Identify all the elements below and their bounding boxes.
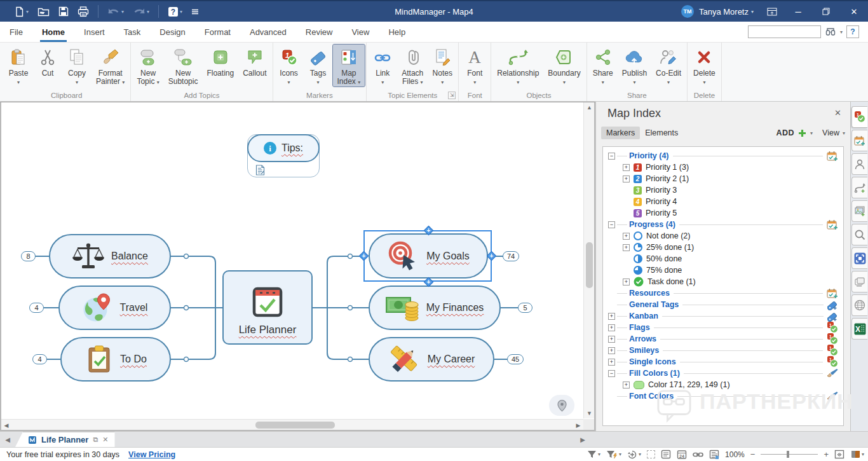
panel-tab-elements[interactable]: Elements xyxy=(640,127,683,139)
marker-pair-icon[interactable]: 1 xyxy=(827,333,838,345)
floating-topic-tips[interactable]: iTips: xyxy=(247,134,320,177)
search-input[interactable] xyxy=(748,25,821,38)
topic-to-do[interactable]: To Do xyxy=(60,337,171,382)
collapse-count-5[interactable]: 5 xyxy=(518,303,532,313)
cal-add-icon[interactable] xyxy=(827,288,838,299)
menu-tab-format[interactable]: Format xyxy=(195,22,240,42)
collapse-count-74[interactable]: 74 xyxy=(503,251,519,261)
find-icon[interactable] xyxy=(825,27,836,37)
tree-group-arrows[interactable]: +Arrows1 xyxy=(603,333,843,345)
expand-icon[interactable]: + xyxy=(608,324,615,331)
ribbon-button-delete[interactable]: Delete▾ xyxy=(689,45,720,86)
tree-group-font-colors[interactable]: Font Colors xyxy=(603,390,843,402)
tree-item-priority-4[interactable]: 4Priority 4 xyxy=(603,196,843,207)
collapse-count-4[interactable]: 4 xyxy=(32,354,47,364)
note-icon[interactable] xyxy=(255,165,266,175)
ribbon-button-map-index[interactable]: MapIndex ▾ xyxy=(333,45,365,86)
status-cal-24-button[interactable]: 24 xyxy=(677,450,687,459)
help-button[interactable]: ? xyxy=(846,25,859,38)
tag-icon[interactable] xyxy=(827,299,838,310)
ribbon-button-attach-files[interactable]: AttachFiles ▾ xyxy=(397,45,428,86)
vertical-scrollbar[interactable]: ▲ ▼ xyxy=(583,102,594,418)
ribbon-button-callout[interactable]: Callout xyxy=(238,45,271,78)
tab-scroll-right[interactable]: ▶ xyxy=(575,432,590,447)
new-document-button[interactable]: ▾ xyxy=(14,6,29,17)
dialog-launcher-icon[interactable]: ⇲ xyxy=(448,92,456,99)
save-button[interactable] xyxy=(58,6,69,17)
tree-group-single-icons[interactable]: +Single Icons1 xyxy=(603,356,843,368)
status-note-lines-button[interactable] xyxy=(661,450,671,459)
tree-item-not-done-2[interactable]: +Not done (2) xyxy=(603,230,843,242)
brush-icon[interactable] xyxy=(827,368,838,379)
ribbon-button-icons[interactable]: 1Icons▾ xyxy=(275,45,304,86)
ribbon-button-publish[interactable]: Publish▾ xyxy=(618,45,651,86)
ribbon-display-options-button[interactable] xyxy=(760,1,784,22)
ribbon-button-tags[interactable]: Tags▾ xyxy=(304,45,333,86)
expand-icon[interactable]: + xyxy=(623,175,630,182)
sidebar-tab-snapshot[interactable] xyxy=(851,247,867,269)
ribbon-button-link[interactable]: Link▾ xyxy=(368,45,397,86)
status-list-page-button[interactable] xyxy=(709,450,719,459)
ribbon-button-co-edit[interactable]: Co-Edit▾ xyxy=(651,45,686,86)
redo-button[interactable]: ▾ xyxy=(133,7,149,16)
customize-button[interactable] xyxy=(191,8,199,15)
sidebar-tab-map-index-markers[interactable]: 1 xyxy=(851,106,867,128)
add-label[interactable]: ADD xyxy=(776,128,795,137)
sidebar-tab-search[interactable] xyxy=(851,224,867,245)
zoom-in-button[interactable]: + xyxy=(824,450,829,459)
tree-group-general-tags[interactable]: General Tags xyxy=(603,299,843,310)
ribbon-button-copy[interactable]: Copy▾ xyxy=(62,45,92,86)
expand-icon[interactable]: + xyxy=(623,233,630,240)
tree-group-resources[interactable]: Resources xyxy=(603,287,843,299)
tree-item-25-done-1[interactable]: +25% done (1) xyxy=(603,242,843,253)
view-pricing-link[interactable]: View Pricing xyxy=(128,450,175,459)
tab-close-icon[interactable]: ✕ xyxy=(102,436,108,444)
ribbon-button-paste[interactable]: Paste▾ xyxy=(4,45,33,86)
collapse-icon[interactable]: − xyxy=(608,153,615,160)
document-tab[interactable]: Life Planner ⧉ ✕ xyxy=(15,432,115,447)
ribbon-button-relationship[interactable]: Relationship▾ xyxy=(492,45,543,86)
ribbon-button-floating[interactable]: Floating xyxy=(202,45,238,78)
status-filter-flash-button[interactable]: ▾ xyxy=(606,450,621,459)
menu-tab-task[interactable]: Task xyxy=(114,22,151,42)
tree-item-75-done[interactable]: 75% done xyxy=(603,265,843,276)
menu-tab-design[interactable]: Design xyxy=(150,22,194,42)
central-topic-life-planner[interactable]: Life Planner xyxy=(222,270,313,345)
topic-travel[interactable]: Travel xyxy=(58,286,171,330)
print-button[interactable] xyxy=(78,6,89,17)
add-plus-icon[interactable] xyxy=(797,128,807,138)
tree-group-flags[interactable]: +Flags1 xyxy=(603,322,843,333)
expand-icon[interactable]: + xyxy=(623,164,630,171)
tree-group-fill-colors-1[interactable]: −Fill Colors (1) xyxy=(603,368,843,379)
horizontal-scrollbar[interactable]: ◀ ▶ xyxy=(1,419,583,430)
expand-icon[interactable]: + xyxy=(623,244,630,251)
status-rotate-plus-button[interactable]: ▾ xyxy=(627,450,641,460)
collapse-count-8[interactable]: 8 xyxy=(21,251,36,261)
tree-item-color-171-229-149-1[interactable]: +Color 171, 229, 149 (1) xyxy=(603,379,843,390)
tree-group-smileys[interactable]: +Smileys1 xyxy=(603,345,843,356)
collapse-count-4[interactable]: 4 xyxy=(29,303,44,313)
minimize-button[interactable]: ─ xyxy=(784,1,812,22)
tree-item-priority-2-1[interactable]: +2Priority 2 (1) xyxy=(603,173,843,184)
user-menu[interactable]: Tanya Moretz▾ xyxy=(699,7,754,17)
location-badge[interactable] xyxy=(549,395,574,416)
zoom-out-button[interactable]: − xyxy=(750,450,756,459)
status-dots-square-button[interactable] xyxy=(647,450,655,458)
topic-my-finances[interactable]: My Finances xyxy=(369,286,501,330)
cal-add-icon[interactable] xyxy=(827,219,838,230)
menu-tab-home[interactable]: Home xyxy=(32,22,74,42)
open-button[interactable] xyxy=(37,6,50,17)
tag-icon[interactable] xyxy=(827,311,838,322)
status-chain-button[interactable] xyxy=(693,450,703,459)
tree-item-priority-3[interactable]: 3Priority 3 xyxy=(603,184,843,196)
sidebar-tab-excel[interactable]: X xyxy=(851,318,867,340)
topic-balance[interactable]: Balance xyxy=(49,234,171,279)
help-button[interactable]: ?▾ xyxy=(168,6,182,17)
tree-group-progress-4[interactable]: −Progress (4) xyxy=(603,219,843,230)
menu-tab-insert[interactable]: Insert xyxy=(74,22,114,42)
expand-icon[interactable]: + xyxy=(608,347,615,354)
marker-pair-icon[interactable]: 1 xyxy=(827,356,838,368)
tab-scroll-left[interactable]: ◀ xyxy=(0,432,15,447)
view-label[interactable]: View xyxy=(822,128,839,137)
menu-tab-view[interactable]: View xyxy=(342,22,379,42)
